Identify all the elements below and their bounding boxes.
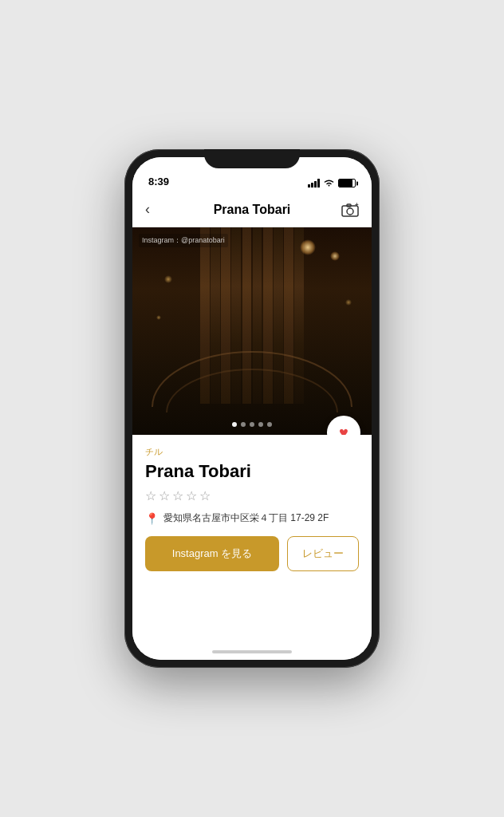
dot-2 xyxy=(241,422,246,427)
phone-frame: 8:39 ‹ Prana Tob xyxy=(124,149,380,668)
star-rating: ☆ ☆ ☆ ☆ ☆ xyxy=(145,488,359,503)
venue-image-container: Instagram：@pranatobari ♥ xyxy=(132,227,372,435)
address-row: 📍 愛知県名古屋市中区栄４丁目 17-29 2F xyxy=(145,511,359,525)
back-button[interactable]: ‹ xyxy=(145,201,169,218)
star-4: ☆ xyxy=(186,488,197,503)
svg-point-1 xyxy=(347,208,353,215)
instagram-label: Instagram：@pranatobari xyxy=(139,234,228,247)
nav-bar: ‹ Prana Tobari + xyxy=(132,192,372,227)
signal-icon xyxy=(308,179,320,187)
star-5: ☆ xyxy=(199,488,211,503)
dot-3 xyxy=(250,422,254,427)
review-button[interactable]: レビュー xyxy=(287,536,359,571)
page-title: Prana Tobari xyxy=(214,203,291,217)
battery-icon xyxy=(338,179,356,187)
instagram-button[interactable]: Instagram を見る xyxy=(145,536,279,571)
home-indicator xyxy=(132,644,372,660)
pin-icon: 📍 xyxy=(145,512,159,525)
camera-icon: + xyxy=(341,203,359,217)
status-time: 8:39 xyxy=(148,176,169,187)
status-icons xyxy=(308,179,356,187)
phone-screen: 8:39 ‹ Prana Tob xyxy=(132,157,372,660)
camera-button[interactable]: + xyxy=(335,203,359,217)
venue-image: Instagram：@pranatobari xyxy=(132,227,372,435)
dot-1 xyxy=(232,422,237,427)
venue-name: Prana Tobari xyxy=(145,461,359,482)
heart-icon: ♥ xyxy=(339,424,348,436)
dot-5 xyxy=(267,422,272,427)
image-dots xyxy=(232,422,272,427)
home-bar xyxy=(212,650,292,653)
venue-content: チル Prana Tobari ☆ ☆ ☆ ☆ ☆ 📍 愛知県名古屋市中区栄４丁… xyxy=(132,435,372,644)
star-2: ☆ xyxy=(159,488,170,503)
svg-text:+: + xyxy=(355,203,359,208)
address-text: 愛知県名古屋市中区栄４丁目 17-29 2F xyxy=(163,511,329,525)
category-tag: チル xyxy=(145,446,359,458)
wifi-icon xyxy=(323,179,335,187)
star-3: ☆ xyxy=(172,488,183,503)
action-buttons: Instagram を見る レビュー xyxy=(145,536,359,571)
notch xyxy=(204,149,300,168)
star-1: ☆ xyxy=(145,488,156,503)
dot-4 xyxy=(258,422,263,427)
